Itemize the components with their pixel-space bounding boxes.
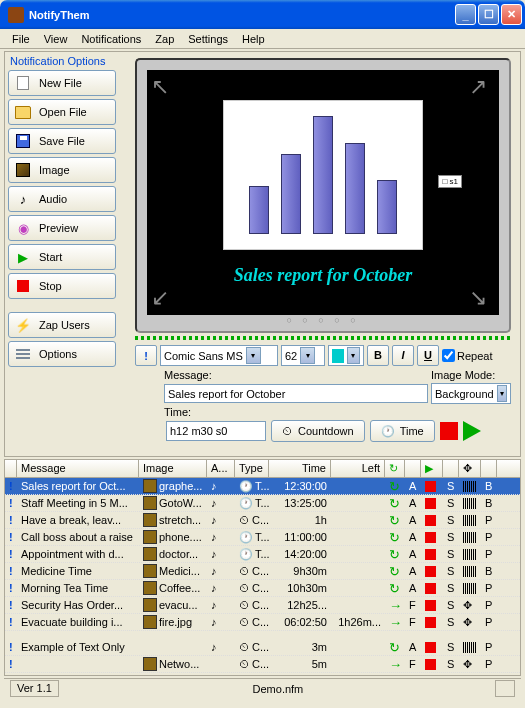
close-button[interactable]: ✕ bbox=[501, 4, 522, 25]
col-type[interactable]: Type bbox=[235, 460, 269, 477]
alert-icon-button[interactable]: ! bbox=[135, 345, 157, 366]
open-file-button[interactable]: Open File bbox=[8, 99, 116, 125]
row-marker: ! bbox=[5, 530, 17, 544]
row-type: 🕐 T... bbox=[235, 479, 269, 494]
row-marker: ! bbox=[5, 615, 17, 629]
resize-grip[interactable] bbox=[495, 680, 515, 697]
type-icon: 🕐 bbox=[239, 497, 253, 510]
table-row[interactable]: ! Netwo...⏲ C...5m→FS✥P bbox=[5, 656, 520, 673]
table-row[interactable]: !Have a break, leav... stretch...♪⏲ C...… bbox=[5, 512, 520, 529]
menu-settings[interactable]: Settings bbox=[181, 31, 235, 47]
arrow-br-icon: ↘ bbox=[469, 285, 495, 311]
col-repeat-icon[interactable]: ↻ bbox=[385, 460, 405, 477]
thumbnail-icon bbox=[143, 479, 157, 493]
col-play-icon[interactable]: ▶ bbox=[421, 460, 443, 477]
row-stop-icon bbox=[421, 616, 443, 629]
imgmode-label: Image Mode: bbox=[431, 369, 511, 381]
row-time: 12h25... bbox=[269, 598, 331, 612]
row-stop-icon bbox=[421, 641, 443, 654]
start-button[interactable]: ▶Start bbox=[8, 244, 116, 270]
repeat-checkbox[interactable]: Repeat bbox=[442, 349, 492, 362]
row-image: evacu... bbox=[139, 597, 207, 613]
row-type: ⏲ C... bbox=[235, 598, 269, 612]
image-button[interactable]: Image bbox=[8, 157, 116, 183]
thumbnail-icon bbox=[143, 581, 157, 595]
thumbnail-icon bbox=[143, 615, 157, 629]
table-row[interactable]: !Staff Meeting in 5 M... GotoW...♪🕐 T...… bbox=[5, 495, 520, 512]
arrow-bl-icon: ↙ bbox=[151, 285, 177, 311]
color-combo[interactable]: ▾ bbox=[328, 345, 364, 366]
col-audio[interactable]: A... bbox=[207, 460, 235, 477]
chart-legend: □ s1 bbox=[438, 175, 462, 188]
image-icon bbox=[15, 162, 31, 178]
col-time[interactable]: Time bbox=[269, 460, 331, 477]
countdown-button[interactable]: ⏲Countdown bbox=[271, 420, 365, 442]
row-repeat-icon: ↻ bbox=[385, 529, 405, 546]
row-left bbox=[331, 519, 385, 521]
table-row[interactable]: !Evacuate building i... fire.jpg♪⏲ C...0… bbox=[5, 614, 520, 631]
options-button[interactable]: Options bbox=[8, 341, 116, 367]
table-row[interactable]: !Security Has Order... evacu...♪⏲ C...12… bbox=[5, 597, 520, 614]
row-marker: ! bbox=[5, 581, 17, 595]
time-button[interactable]: 🕐Time bbox=[370, 420, 435, 442]
audio-button[interactable]: ♪Audio bbox=[8, 186, 116, 212]
row-left: 1h26m... bbox=[331, 615, 385, 629]
record-button[interactable] bbox=[440, 422, 458, 440]
preview-caption: Sales report for October bbox=[234, 265, 413, 286]
message-input[interactable] bbox=[164, 384, 428, 403]
size-combo[interactable]: 62▾ bbox=[281, 345, 325, 366]
bold-button[interactable]: B bbox=[367, 345, 389, 366]
thumbnail-icon bbox=[143, 598, 157, 612]
time-input[interactable]: h12 m30 s0 bbox=[166, 421, 266, 441]
row-message: Appointment with d... bbox=[17, 547, 139, 561]
row-left bbox=[331, 604, 385, 606]
table-row[interactable]: !Sales report for Oct... graphe...♪🕐 T..… bbox=[5, 478, 520, 495]
row-time: 10h30m bbox=[269, 581, 331, 595]
row-image: phone.... bbox=[139, 529, 207, 545]
new-file-button[interactable]: New File bbox=[8, 70, 116, 96]
type-icon: 🕐 bbox=[239, 480, 253, 493]
row-stop-icon bbox=[421, 565, 443, 578]
menu-notifications[interactable]: Notifications bbox=[74, 31, 148, 47]
pager-dots: ○ ○ ○ ○ ○ bbox=[147, 315, 499, 329]
menu-zap[interactable]: Zap bbox=[148, 31, 181, 47]
row-repeat-icon: → bbox=[385, 614, 405, 631]
col-image[interactable]: Image bbox=[139, 460, 207, 477]
stop-button[interactable]: Stop bbox=[8, 273, 116, 299]
save-file-button[interactable]: Save File bbox=[8, 128, 116, 154]
chart-bar bbox=[345, 143, 365, 234]
col-move-icon[interactable]: ✥ bbox=[459, 460, 481, 477]
menu-file[interactable]: File bbox=[5, 31, 37, 47]
italic-button[interactable]: I bbox=[392, 345, 414, 366]
preview-button[interactable]: ◉Preview bbox=[8, 215, 116, 241]
play-button[interactable] bbox=[463, 421, 481, 441]
row-move-icon bbox=[459, 480, 481, 493]
play-icon: ▶ bbox=[15, 249, 31, 265]
row-marker: ! bbox=[5, 547, 17, 561]
table-row[interactable]: !Example of Text Only♪⏲ C...3m↻ASP bbox=[5, 639, 520, 656]
underline-button[interactable]: U bbox=[417, 345, 439, 366]
row-type: 🕐 T... bbox=[235, 547, 269, 562]
col-message[interactable]: Message bbox=[17, 460, 139, 477]
table-row[interactable]: !Appointment with d... doctor...♪🕐 T...1… bbox=[5, 546, 520, 563]
table-row[interactable]: !Medicine Time Medici...♪⏲ C...9h30m↻ASB bbox=[5, 563, 520, 580]
zap-users-button[interactable]: ⚡Zap Users bbox=[8, 312, 116, 338]
table-row[interactable]: !Morning Tea Time Coffee...♪⏲ C...10h30m… bbox=[5, 580, 520, 597]
app-icon bbox=[8, 7, 24, 23]
row-stop-icon bbox=[421, 548, 443, 561]
minimize-button[interactable]: _ bbox=[455, 4, 476, 25]
row-repeat-icon: → bbox=[385, 656, 405, 673]
menu-help[interactable]: Help bbox=[235, 31, 272, 47]
imgmode-combo[interactable]: Background▾ bbox=[431, 383, 511, 404]
row-time: 11:00:00 bbox=[269, 530, 331, 544]
table-row[interactable]: !Call boss about a raise phone....♪🕐 T..… bbox=[5, 529, 520, 546]
row-marker: ! bbox=[5, 564, 17, 578]
row-image: Coffee... bbox=[139, 580, 207, 596]
menu-view[interactable]: View bbox=[37, 31, 75, 47]
maximize-button[interactable]: ☐ bbox=[478, 4, 499, 25]
thumbnail-icon bbox=[143, 547, 157, 561]
row-type: ⏲ C... bbox=[235, 581, 269, 595]
font-combo[interactable]: Comic Sans MS▾ bbox=[160, 345, 278, 366]
col-left[interactable]: Left bbox=[331, 460, 385, 477]
row-left bbox=[331, 485, 385, 487]
